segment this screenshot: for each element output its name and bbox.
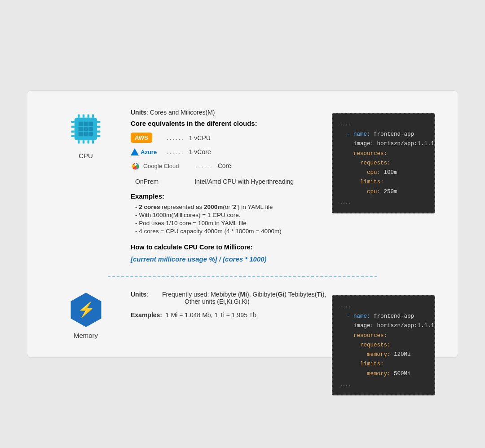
memory-icon-area: ⚡ Memory xyxy=(50,291,122,339)
memory-code-line-1: image: boriszn/app:1.1.1 xyxy=(340,321,427,331)
svg-rect-13 xyxy=(92,140,94,143)
svg-rect-16 xyxy=(71,131,75,133)
cpu-example-2: - Pod uses 1/10 core = 100m in YAML file xyxy=(131,220,435,226)
memory-label: Memory xyxy=(74,332,98,339)
svg-rect-9 xyxy=(92,115,94,118)
svg-rect-21 xyxy=(97,135,100,138)
memory-code-block: .... - name: frontend-app image: boriszn… xyxy=(332,295,435,395)
memory-code-dots-top: .... xyxy=(340,302,427,310)
units-label: Units xyxy=(131,109,146,116)
cpu-code-dots-top: .... xyxy=(340,120,427,128)
memory-code-line-6: memory: 500Mi xyxy=(340,369,427,379)
gcloud-icon xyxy=(131,161,141,171)
cpu-section: CPU Units: Cores and Milicores(M) Core e… xyxy=(50,109,435,263)
svg-rect-12 xyxy=(88,140,90,143)
memory-section: ⚡ Memory Units: Frequently used: Mebibyt… xyxy=(50,291,435,339)
onprem-value: Intel/Amd CPU with Hyperthreading xyxy=(194,178,294,185)
svg-rect-8 xyxy=(88,115,90,118)
svg-rect-14 xyxy=(71,121,75,123)
svg-rect-10 xyxy=(78,140,80,143)
svg-rect-17 xyxy=(71,135,75,138)
aws-badge: AWS xyxy=(131,133,152,143)
gcloud-dots: ...... xyxy=(195,163,213,169)
svg-rect-15 xyxy=(71,126,75,128)
cpu-code-line-6: cpu: 250m xyxy=(340,187,427,197)
azure-logo-area: Azure xyxy=(131,148,162,155)
memory-icon: ⚡ xyxy=(67,291,105,329)
memory-examples-value: 1 Mi = 1.048 Mb, 1 Ti = 1.995 Tb xyxy=(166,311,256,319)
aws-value: 1 vCPU xyxy=(189,134,211,142)
svg-rect-20 xyxy=(97,131,100,133)
azure-triangle-icon xyxy=(131,148,139,155)
azure-dots: ...... xyxy=(167,149,185,155)
memory-code-line-3: requests: xyxy=(340,341,427,350)
calc-title: How to calculate CPU Core to Millicore: xyxy=(131,244,435,251)
memory-examples-label: Examples: xyxy=(131,311,162,319)
memory-code-line-0: - name: frontend-app xyxy=(340,312,427,321)
calc-formula: [current millicore usage %] / (cores * 1… xyxy=(131,255,435,263)
aws-dots: ...... xyxy=(167,134,185,141)
memory-units-label: Units xyxy=(131,291,146,298)
memory-code-line-2: resources: xyxy=(340,331,427,341)
azure-text: Azure xyxy=(141,149,157,155)
cpu-icon-area: CPU xyxy=(50,109,122,160)
cpu-example-3: - 4 cores = CPU capacity 4000m (4 * 1000… xyxy=(131,228,435,235)
cpu-icon xyxy=(66,109,106,149)
cpu-code-line-3: requests: xyxy=(340,159,427,168)
cpu-code-line-2: resources: xyxy=(340,149,427,159)
cpu-code-line-1: image: boriszn/app:1.1.1 xyxy=(340,139,427,149)
cpu-code-line-5: limits: xyxy=(340,177,427,187)
svg-rect-19 xyxy=(97,126,100,128)
gcloud-value: Core xyxy=(218,162,231,169)
cpu-code-block: .... - name: frontend-app image: boriszn… xyxy=(332,113,435,213)
svg-rect-11 xyxy=(83,140,85,143)
memory-code-line-4: memory: 120Mi xyxy=(340,350,427,359)
gcloud-logo-area: Google Cloud xyxy=(131,161,189,171)
cpu-label: CPU xyxy=(79,152,93,160)
svg-rect-18 xyxy=(97,121,100,123)
aws-logo-area: AWS xyxy=(131,133,162,143)
gcloud-text: Google Cloud xyxy=(143,163,179,169)
azure-value: 1 vCore xyxy=(189,148,211,155)
main-card: CPU Units: Cores and Milicores(M) Core e… xyxy=(27,90,458,358)
cpu-code-line-0: - name: frontend-app xyxy=(340,130,427,139)
svg-rect-6 xyxy=(78,115,80,118)
section-divider xyxy=(108,276,377,277)
cpu-code-line-4: cpu: 100m xyxy=(340,168,427,177)
svg-rect-7 xyxy=(83,115,85,118)
azure-logo: Azure xyxy=(131,148,157,155)
gcloud-logo: Google Cloud xyxy=(131,161,179,171)
cpu-code-dots-bottom: .... xyxy=(340,199,427,206)
memory-units-value: Frequently used: Mebibyte (Mi), Gibibyte… xyxy=(162,291,326,298)
memory-code-line-5: limits: xyxy=(340,359,427,369)
svg-rect-1 xyxy=(79,122,93,136)
svg-text:⚡: ⚡ xyxy=(77,301,95,319)
memory-units-value2: Other units (Ei,Ki,Gi,Ki) xyxy=(185,298,250,305)
memory-units-colon: : xyxy=(146,291,162,298)
memory-code-dots-bottom: .... xyxy=(340,381,427,388)
units-value: : Cores and Milicores(M) xyxy=(146,109,215,116)
onprem-label: OnPrem xyxy=(135,178,159,185)
